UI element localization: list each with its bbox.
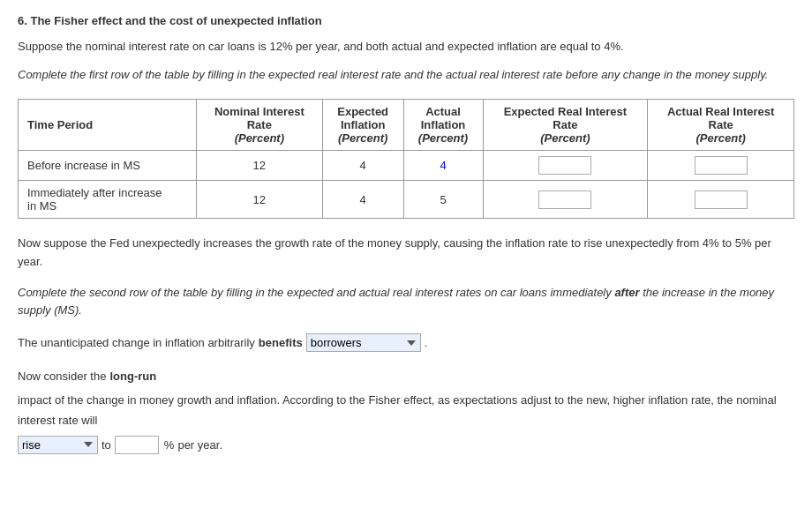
row2-actual-real-cell [648,181,794,219]
row1-actual-real-input[interactable] [695,156,748,175]
row1-nominal: 12 [196,151,322,181]
para1: Now suppose the Fed unexpectedly increas… [18,235,794,272]
unanticipated-bold-text: benefits [259,332,303,353]
row2-actual-real-input[interactable] [695,191,748,209]
intro-text: Suppose the nominal interest rate on car… [18,38,794,56]
longrun-percent-sign: % [164,435,175,455]
longrun-post-text: per year. [177,435,222,455]
question-title: 6. The Fisher effect and the cost of une… [18,14,794,27]
col-header-actual-inflation: Actual Inflation (Percent) [403,100,483,151]
data-table: Time Period Nominal Interest Rate (Perce… [18,99,794,219]
longrun-bold: long-run [109,366,156,386]
table-row: Immediately after increase in MS 12 4 5 [19,181,794,219]
row1-expected-real-cell [483,151,648,181]
unanticipated-form: The unanticipated change in inflation ar… [18,332,794,353]
table-row: Before increase in MS 12 4 4 [19,151,794,181]
row1-actual-real-cell [648,151,794,181]
longrun-pre1: Now consider the [18,366,106,386]
instruction-2: Complete the second row of the table by … [18,284,794,321]
unanticipated-period: . [425,332,428,353]
unanticipated-dropdown[interactable]: borrowers lenders neither [306,333,421,352]
unanticipated-pre-text: The unanticipated change in inflation ar… [18,332,255,353]
row1-label: Before increase in MS [19,151,197,181]
longrun-direction-dropdown[interactable]: rise fall stay the same [18,436,98,454]
col-header-nominal: Nominal Interest Rate (Percent) [196,100,322,151]
row2-nominal: 12 [196,181,322,219]
row1-expected-inflation: 4 [322,151,403,181]
col-header-actual-real: Actual Real Interest Rate (Percent) [648,100,794,151]
col-header-expected-inflation: Expected Inflation (Percent) [322,100,403,151]
col-header-time: Time Period [19,100,197,151]
instruction-1: Complete the first row of the table by f… [18,66,794,84]
row2-expected-real-cell [483,181,648,219]
row2-actual-inflation: 5 [403,181,483,219]
row1-actual-inflation: 4 [403,151,483,181]
longrun-pre2: impact of the change in money growth and… [18,390,794,431]
col-header-expected-real: Expected Real Interest Rate (Percent) [483,100,648,151]
row2-label: Immediately after increase in MS [19,181,197,219]
row2-expected-real-input[interactable] [538,191,591,209]
longrun-form: Now consider the long-run impact of the … [18,366,794,456]
longrun-to-text: to [102,435,111,455]
row2-expected-inflation: 4 [322,181,403,219]
row1-expected-real-input[interactable] [538,156,591,175]
longrun-percent-input[interactable] [115,436,159,454]
